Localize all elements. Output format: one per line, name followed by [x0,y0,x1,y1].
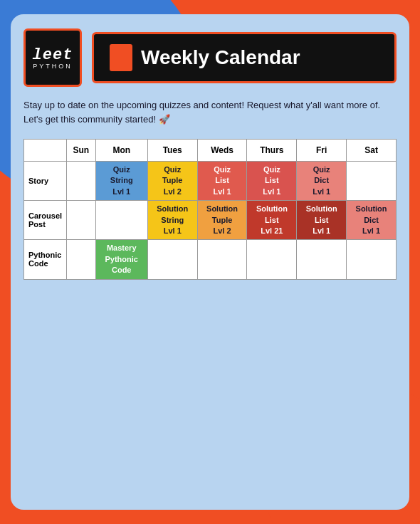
cell-story-mon: QuizStringLvl 1 [95,162,147,201]
logo-leet-text: leet [33,46,73,64]
col-header-thurs: Thurs [247,140,297,162]
cell-carousel-sun [67,201,96,240]
col-header-mon: Mon [95,140,147,162]
col-header-weds: Weds [197,140,247,162]
cell-pythonic-tues [147,240,197,279]
cell-story-tues: QuizTupleLvl 2 [147,162,197,201]
col-header-tues: Tues [147,140,197,162]
cell-story-sat [347,162,397,201]
logo-box: leet python [23,28,82,87]
cell-pythonic-sun [67,240,96,279]
cell-story-fri: QuizDictLvl 1 [297,162,347,201]
cell-carousel-sat: SolutionDictLvl 1 [347,201,397,240]
cell-carousel-fri: SolutionListLvl 1 [297,201,347,240]
row-label-story: Story [24,162,67,201]
table-row: Pythonic Code MasteryPythonicCode [24,240,397,279]
cell-story-thurs: QuizListLvl 1 [247,162,297,201]
weekly-calendar-table: Sun Mon Tues Weds Thurs Fri Sat Story Qu… [23,139,397,280]
cell-story-weds: QuizListLvl 1 [197,162,247,201]
cell-story-sun [67,162,96,201]
col-header-empty [24,140,67,162]
header: leet python Weekly Calendar [23,28,397,87]
col-header-sat: Sat [347,140,397,162]
cell-carousel-tues: SolutionStringLvl 1 [147,201,197,240]
title-box: Weekly Calendar [92,32,397,83]
row-label-pythonic: Pythonic Code [24,240,67,279]
title-icon [110,44,132,71]
row-label-carousel: Carousel Post [24,201,67,240]
cell-carousel-weds: SolutionTupleLvl 2 [197,201,247,240]
col-header-fri: Fri [297,140,347,162]
cell-pythonic-thurs [247,240,297,279]
subtitle-text: Stay up to date on the upcoming quizzes … [23,98,397,126]
table-row: Carousel Post SolutionStringLvl 1 Soluti… [24,201,397,240]
cell-pythonic-weds [197,240,247,279]
cell-carousel-mon [95,201,147,240]
main-card: leet python Weekly Calendar Stay up to d… [11,14,409,510]
logo-python-text: python [33,63,73,70]
cell-carousel-thurs: SolutionListLvl 21 [247,201,297,240]
col-header-sun: Sun [67,140,96,162]
table-row: Story QuizStringLvl 1 QuizTupleLvl 2 Qui… [24,162,397,201]
page-title: Weekly Calendar [141,46,300,69]
cell-pythonic-mon: MasteryPythonicCode [95,240,147,279]
cell-pythonic-sat [347,240,397,279]
cell-pythonic-fri [297,240,347,279]
